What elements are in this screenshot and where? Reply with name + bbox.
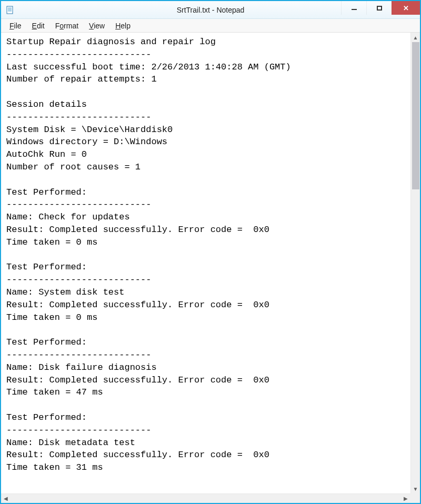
menubar: File Edit Format View Help	[1, 19, 420, 33]
maximize-button[interactable]	[366, 1, 392, 15]
menu-help[interactable]: Help	[110, 21, 136, 31]
window-controls	[341, 1, 420, 18]
menu-file[interactable]: File	[4, 21, 27, 31]
scroll-up-arrow[interactable]: ▲	[411, 33, 420, 42]
titlebar[interactable]: SrtTrail.txt - Notepad	[1, 1, 420, 19]
text-editor[interactable]: Startup Repair diagnosis and repair log …	[1, 33, 410, 493]
scrollbar-corner	[410, 493, 420, 503]
menu-view[interactable]: View	[84, 21, 110, 31]
notepad-icon	[5, 5, 15, 15]
content-area: Startup Repair diagnosis and repair log …	[1, 33, 420, 493]
window-title: SrtTrail.txt - Notepad	[177, 6, 245, 14]
vertical-scrollbar[interactable]: ▲ ▼	[410, 33, 420, 493]
scroll-right-arrow[interactable]: ▶	[401, 494, 410, 503]
horizontal-scrollbar[interactable]: ◀ ▶	[1, 493, 410, 503]
close-button[interactable]	[392, 1, 420, 15]
scroll-left-arrow[interactable]: ◀	[1, 494, 11, 503]
minimize-button[interactable]	[341, 1, 366, 15]
menu-edit[interactable]: Edit	[27, 21, 50, 31]
menu-format[interactable]: Format	[50, 21, 84, 31]
scroll-down-arrow[interactable]: ▼	[411, 484, 420, 493]
scroll-thumb-vertical[interactable]	[412, 42, 419, 189]
notepad-window: SrtTrail.txt - Notepad File Edit Format …	[0, 0, 421, 504]
bottom-scroll-area: ◀ ▶	[1, 493, 420, 503]
